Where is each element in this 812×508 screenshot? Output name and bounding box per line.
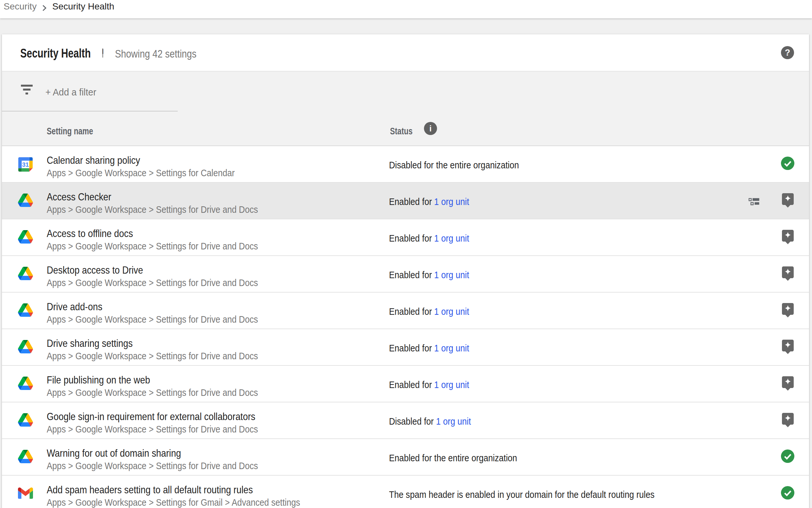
svg-text:31: 31 xyxy=(22,161,29,168)
